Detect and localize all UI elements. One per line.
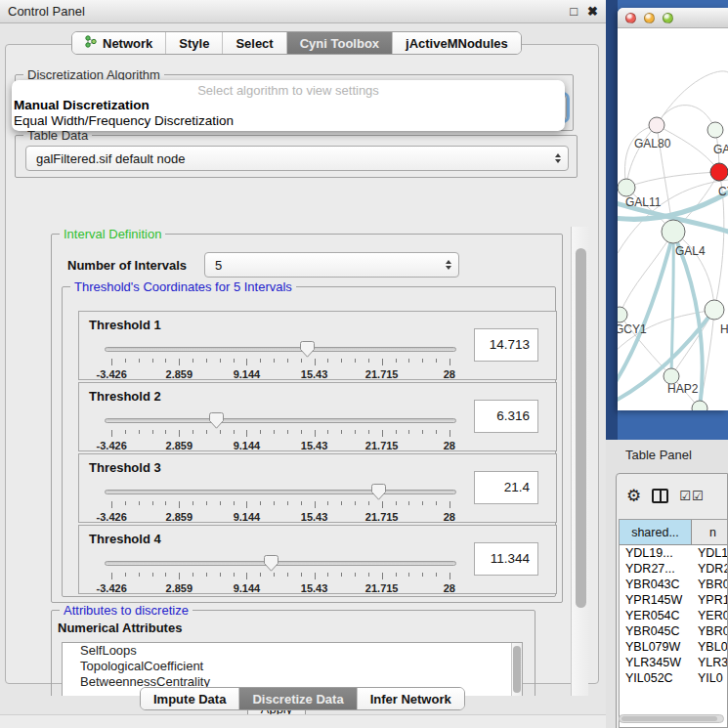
threshold-thumb[interactable]	[209, 412, 224, 429]
table-panel: Table Panel ⚙ ☑☑ shared... n YDL19...YDL…	[606, 440, 728, 728]
network-node-cy[interactable]	[710, 163, 728, 181]
bottom-tab-infer-network[interactable]: Infer Network	[358, 688, 464, 709]
table-row[interactable]: YBR045CYBR0	[620, 623, 728, 639]
gear-icon[interactable]: ⚙	[626, 488, 641, 504]
thresholds-title: Threshold's Coordinates for 5 Intervals	[70, 279, 296, 294]
cyni-bottom-tabs: Impute DataDiscretize DataInfer Network	[140, 687, 465, 710]
node-label: GAL11	[625, 195, 662, 209]
threshold-row-3: Threshold 3-3.4262.8599.14415.4321.71528…	[78, 453, 557, 523]
desktop-background: GAL80GACYGAL11GAL4GCY1HHAP2	[606, 0, 728, 440]
tab-network[interactable]: Network	[72, 32, 166, 54]
node-label: GA	[713, 143, 728, 156]
control-panel-titlebar: Control Panel □ ✖	[0, 0, 606, 23]
bottom-strip	[0, 714, 606, 728]
threshold-row-1: Threshold 1-3.4262.8599.14415.4321.71528…	[78, 311, 557, 380]
column-header-name[interactable]: n	[692, 520, 728, 544]
tab-cyni-toolbox[interactable]: Cyni Toolbox	[287, 32, 393, 54]
threshold-slider[interactable]: -3.4262.8599.14415.4321.71528	[105, 339, 456, 378]
algorithm-option-equal-width[interactable]: Equal Width/Frequency Discretization	[12, 113, 565, 129]
network-icon	[85, 35, 98, 51]
control-panel-tabs: NetworkStyleSelectCyni ToolboxjActiveMNo…	[71, 31, 522, 55]
threshold-label: Threshold 1	[89, 318, 161, 332]
algorithm-option-manual[interactable]: Manual Discretization	[12, 98, 565, 113]
node-label: GAL4	[675, 244, 706, 258]
num-intervals-value: 5	[215, 258, 222, 273]
threshold-label: Threshold 3	[89, 460, 161, 475]
interval-definition-group: Interval Definition Number of Intervals …	[51, 234, 563, 603]
close-traffic-light[interactable]	[625, 13, 636, 23]
float-window-icon[interactable]: □	[570, 5, 578, 18]
threshold-value-field[interactable]: 11.344	[474, 542, 538, 576]
attributes-scrollbar[interactable]	[511, 643, 522, 696]
attributes-title: Attributes to discretize	[60, 603, 193, 618]
network-window-titlebar[interactable]	[618, 8, 728, 28]
node-label: HAP2	[667, 382, 699, 396]
settings-scroll-area: Interval Definition Number of Intervals …	[14, 227, 588, 696]
minimize-traffic-light[interactable]	[644, 13, 655, 23]
bottom-tab-discretize-data[interactable]: Discretize Data	[239, 688, 357, 709]
table-toolbar: ⚙ ☑☑	[617, 474, 727, 517]
threshold-slider[interactable]: -3.4262.8599.14415.4321.71528	[105, 410, 456, 450]
table-row[interactable]: YDR27...YDR2	[620, 561, 728, 577]
table-row[interactable]: YPR145WYPR1	[620, 592, 728, 608]
threshold-label: Threshold 2	[89, 389, 161, 404]
attribute-list-item[interactable]: TopologicalCoefficient	[63, 659, 522, 674]
network-node-h[interactable]	[705, 300, 724, 320]
threshold-thumb[interactable]	[264, 555, 278, 572]
table-data-combo[interactable]: galFiltered.sif default node	[25, 146, 569, 171]
num-intervals-combo[interactable]: 5	[204, 252, 459, 278]
tab-select[interactable]: Select	[223, 32, 286, 54]
column-header-shared-name[interactable]: shared...	[620, 520, 692, 544]
network-node-gal80[interactable]	[649, 117, 664, 133]
screen: Control Panel □ ✖ NetworkStyleSelectCyni…	[0, 0, 728, 728]
network-view-window: GAL80GACYGAL11GAL4GCY1HHAP2	[618, 8, 728, 410]
checkbox-icons[interactable]: ☑☑	[679, 490, 704, 502]
threshold-thumb[interactable]	[371, 484, 386, 500]
algorithm-dropdown-popup: Select algorithm to view settings Manual…	[12, 80, 565, 131]
table-panel-title: Table Panel	[625, 448, 692, 462]
settings-scrollbar[interactable]	[571, 227, 588, 696]
thresholds-group: Threshold's Coordinates for 5 Intervals …	[62, 286, 556, 597]
interval-definition-title: Interval Definition	[60, 227, 165, 241]
threshold-slider[interactable]: -3.4262.8599.14415.4321.71528	[105, 482, 456, 521]
tab-style[interactable]: Style	[166, 32, 223, 54]
threshold-value-field[interactable]: 21.4	[474, 471, 538, 504]
network-node-gcy1[interactable]	[618, 307, 627, 322]
tab-jactivemnodules[interactable]: jActiveMNodules	[393, 32, 521, 54]
threshold-value-field[interactable]: 14.713	[474, 328, 538, 362]
network-canvas[interactable]: GAL80GACYGAL11GAL4GCY1HHAP2	[618, 28, 728, 410]
columns-icon[interactable]	[652, 489, 668, 503]
panel-title: Control Panel	[8, 4, 85, 19]
table-row[interactable]: YDL19...YDL1	[620, 545, 728, 561]
numerical-attributes-label: Numerical Attributes	[58, 621, 182, 635]
desktop-edge	[606, 0, 618, 440]
zoom-traffic-light[interactable]	[663, 13, 673, 23]
table-row[interactable]: YIL052CYIL0	[620, 670, 728, 686]
control-panel: Control Panel □ ✖ NetworkStyleSelectCyni…	[0, 0, 606, 728]
algorithm-placeholder-option[interactable]: Select algorithm to view settings	[12, 83, 565, 98]
table-row[interactable]: YER054CYER0	[620, 608, 728, 623]
network-node-gal11[interactable]	[618, 179, 635, 196]
threshold-slider[interactable]: -3.4262.8599.14415.4321.71528	[105, 553, 456, 592]
threshold-thumb[interactable]	[300, 341, 315, 358]
table-row[interactable]: YBR043CYBR0	[620, 577, 728, 592]
threshold-stack: Threshold 1-3.4262.8599.14415.4321.71528…	[78, 311, 557, 596]
threshold-row-4: Threshold 4-3.4262.8599.14415.4321.71528…	[78, 525, 557, 594]
network-node-gal4[interactable]	[662, 220, 685, 243]
table-horizontal-scrollbar[interactable]	[619, 714, 724, 723]
close-icon[interactable]: ✖	[587, 5, 598, 18]
bottom-tab-impute-data[interactable]: Impute Data	[141, 688, 239, 709]
table-panel-body: ⚙ ☑☑ shared... n YDL19...YDL1YDR27...YDR…	[616, 473, 728, 728]
cyni-toolbox-pane: Discretization Algorithm Table Data galF…	[5, 44, 599, 684]
threshold-value-field[interactable]: 6.316	[474, 400, 538, 433]
network-node-ga[interactable]	[707, 122, 723, 138]
attribute-list-item[interactable]: SelfLoops	[63, 643, 522, 659]
attributes-group: Attributes to discretize Numerical Attri…	[51, 610, 535, 696]
table-row[interactable]: YBL079WYBL0	[620, 639, 728, 655]
table-data-combo-value: galFiltered.sif default node	[36, 151, 185, 166]
threshold-label: Threshold 4	[89, 532, 161, 546]
table-rows: YDL19...YDL1YDR27...YDR2YBR043CYBR0YPR14…	[620, 545, 728, 686]
table-header-row: shared... n	[620, 520, 728, 545]
node-label: CY	[718, 185, 728, 198]
table-row[interactable]: YLR345WYLR3	[620, 655, 728, 670]
